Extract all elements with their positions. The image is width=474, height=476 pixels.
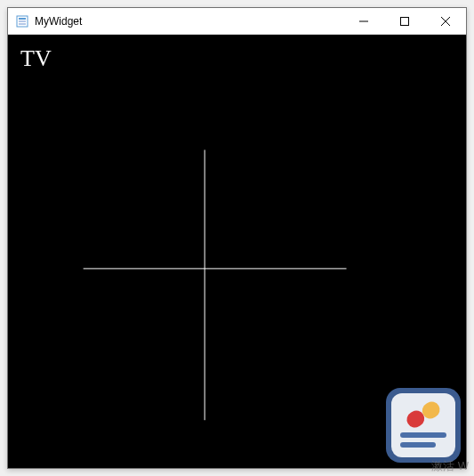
pill-app-icon: [381, 383, 466, 468]
svg-rect-3: [19, 23, 26, 25]
svg-rect-1: [19, 18, 26, 20]
svg-rect-5: [401, 17, 409, 25]
window-title: MyWidget: [35, 15, 343, 28]
close-button[interactable]: [425, 8, 466, 34]
titlebar[interactable]: MyWidget: [8, 8, 466, 35]
svg-rect-12: [400, 432, 446, 438]
window-controls: [343, 8, 466, 34]
tv-label: TV: [20, 45, 52, 72]
svg-rect-13: [400, 442, 436, 448]
app-icon: [15, 14, 29, 28]
activation-watermark: 激活 W: [431, 458, 469, 474]
application-window: MyWidget TV: [7, 7, 467, 469]
minimize-button[interactable]: [343, 8, 384, 34]
svg-rect-2: [19, 20, 26, 22]
canvas-area[interactable]: TV: [8, 35, 466, 468]
maximize-button[interactable]: [384, 8, 425, 34]
svg-rect-9: [391, 393, 455, 457]
